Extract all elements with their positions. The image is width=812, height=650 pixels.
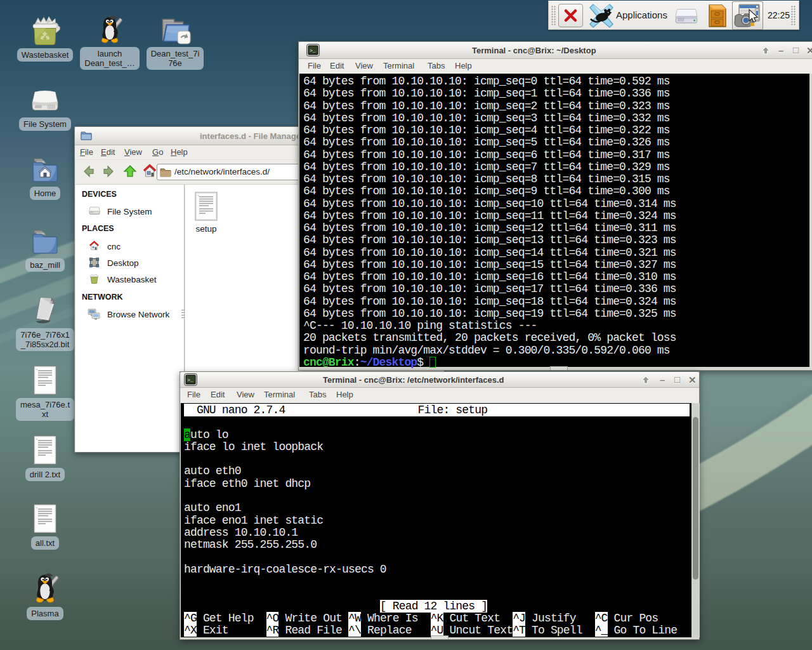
svg-text:>_: >_ xyxy=(187,377,193,383)
svg-text:>_: >_ xyxy=(310,48,316,53)
